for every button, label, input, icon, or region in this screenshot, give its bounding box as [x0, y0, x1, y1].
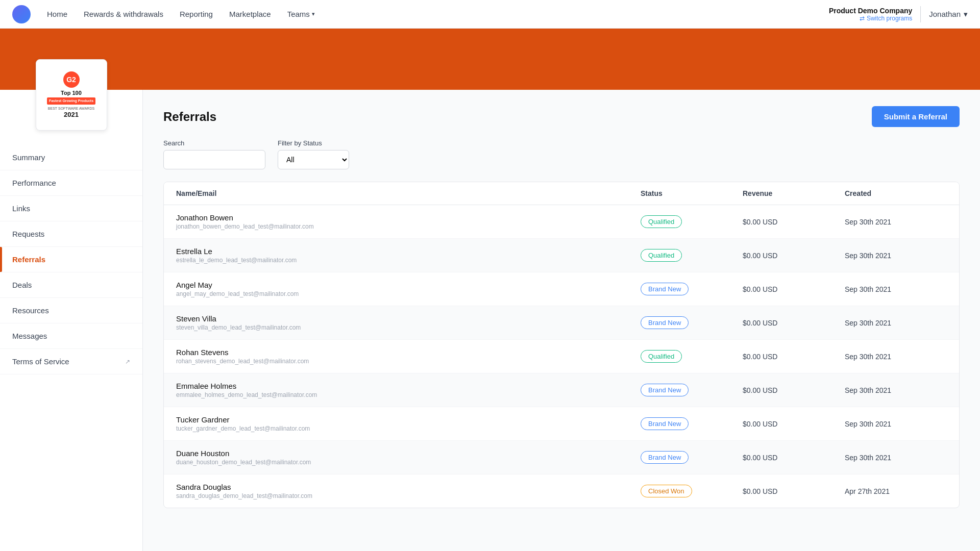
- logo-inner: G2 Top 100 Fastest Growing Products BEST…: [41, 65, 102, 124]
- hero-banner: [0, 29, 980, 90]
- nav-links: Home Rewards & withdrawals Reporting Mar…: [47, 10, 829, 18]
- referral-revenue: $0.00 USD: [743, 319, 845, 327]
- sidebar-item-performance[interactable]: Performance: [0, 170, 142, 196]
- referral-name: Tucker Gardner: [176, 415, 641, 424]
- status-badge: Closed Won: [641, 485, 692, 497]
- sidebar-item-deals[interactable]: Deals: [0, 272, 142, 298]
- referral-name: Emmalee Holmes: [176, 382, 641, 390]
- referral-status-cell: Qualified: [641, 249, 743, 262]
- company-name: Product Demo Company: [829, 7, 912, 15]
- table-row[interactable]: Tucker Gardner tucker_gardner_demo_lead_…: [164, 407, 959, 441]
- col-created: Created: [845, 189, 947, 197]
- referral-created: Sep 30th 2021: [845, 218, 947, 226]
- referral-revenue: $0.00 USD: [743, 487, 845, 495]
- referral-status-cell: Brand New: [641, 283, 743, 295]
- status-badge: Brand New: [641, 417, 689, 430]
- referral-email: angel_may_demo_lead_test@mailinator.com: [176, 290, 641, 297]
- referral-name: Angel May: [176, 281, 641, 289]
- table-row[interactable]: Rohan Stevens rohan_stevens_demo_lead_te…: [164, 340, 959, 373]
- table-row[interactable]: Duane Houston duane_houston_demo_lead_te…: [164, 441, 959, 474]
- teams-chevron-icon: ▾: [312, 11, 315, 17]
- sidebar-item-resources[interactable]: Resources: [0, 298, 142, 323]
- referral-email: steven_villa_demo_lead_test@mailinator.c…: [176, 324, 641, 331]
- sidebar-item-referrals[interactable]: Referrals: [0, 247, 142, 272]
- referral-revenue: $0.00 USD: [743, 353, 845, 361]
- referral-name-email: Duane Houston duane_houston_demo_lead_te…: [176, 449, 641, 466]
- referral-name-email: Tucker Gardner tucker_gardner_demo_lead_…: [176, 415, 641, 432]
- referrals-table: Name/Email Status Revenue Created Jonath…: [163, 182, 960, 508]
- referral-name-email: Jonathon Bowen jonathon_bowen_demo_lead_…: [176, 213, 641, 230]
- filter-label: Filter by Status: [278, 139, 349, 147]
- referral-email: duane_houston_demo_lead_test@mailinator.…: [176, 459, 641, 466]
- referral-status-cell: Brand New: [641, 316, 743, 329]
- referral-created: Sep 30th 2021: [845, 420, 947, 428]
- referral-email: emmalee_holmes_demo_lead_test@mailinator…: [176, 391, 641, 398]
- table-body: Jonathon Bowen jonathon_bowen_demo_lead_…: [164, 205, 959, 508]
- sidebar-item-links[interactable]: Links: [0, 196, 142, 221]
- search-filter-row: Search Filter by Status All Qualified Br…: [163, 139, 960, 169]
- table-row[interactable]: Estrella Le estrella_le_demo_lead_test@m…: [164, 239, 959, 272]
- referral-status-cell: Brand New: [641, 384, 743, 396]
- main-content: Referrals Submit a Referral Search Filte…: [143, 90, 980, 551]
- status-badge: Brand New: [641, 283, 689, 295]
- referral-name-email: Rohan Stevens rohan_stevens_demo_lead_te…: [176, 348, 641, 365]
- table-row[interactable]: Emmalee Holmes emmalee_holmes_demo_lead_…: [164, 373, 959, 407]
- sidebar-item-requests[interactable]: Requests: [0, 221, 142, 247]
- nav-reporting[interactable]: Reporting: [180, 10, 213, 18]
- table-row[interactable]: Jonathon Bowen jonathon_bowen_demo_lead_…: [164, 205, 959, 239]
- nav-home[interactable]: Home: [47, 10, 67, 18]
- sidebar-item-messages[interactable]: Messages: [0, 323, 142, 349]
- referral-email: sandra_douglas_demo_lead_test@mailinator…: [176, 492, 641, 499]
- referral-revenue: $0.00 USD: [743, 218, 845, 226]
- page-title: Referrals: [163, 110, 216, 124]
- app-logo[interactable]: [12, 5, 31, 23]
- search-group: Search: [163, 139, 265, 169]
- topnav-right: Product Demo Company ⇄ Switch programs J…: [829, 6, 968, 22]
- referral-revenue: $0.00 USD: [743, 454, 845, 462]
- submit-referral-button[interactable]: Submit a Referral: [872, 106, 960, 127]
- best-software-label: BEST SOFTWARE AWARDS: [47, 106, 95, 111]
- referral-created: Sep 30th 2021: [845, 319, 947, 327]
- sidebar: G2 Top 100 Fastest Growing Products BEST…: [0, 90, 143, 551]
- nav-rewards[interactable]: Rewards & withdrawals: [84, 10, 163, 18]
- status-badge: Qualified: [641, 215, 682, 228]
- referral-created: Apr 27th 2021: [845, 487, 947, 495]
- search-input[interactable]: [163, 150, 265, 169]
- nav-teams[interactable]: Teams ▾: [287, 10, 315, 18]
- g2-badge: G2: [63, 71, 80, 88]
- referral-name-email: Sandra Douglas sandra_douglas_demo_lead_…: [176, 483, 641, 499]
- company-info: Product Demo Company ⇄ Switch programs: [829, 7, 912, 22]
- col-status: Status: [641, 189, 743, 197]
- referral-name: Jonathon Bowen: [176, 213, 641, 222]
- referral-created: Sep 30th 2021: [845, 353, 947, 361]
- user-menu[interactable]: Jonathan ▾: [929, 10, 968, 19]
- top-navigation: Home Rewards & withdrawals Reporting Mar…: [0, 0, 980, 29]
- sidebar-item-terms[interactable]: Terms of Service ↗: [0, 349, 142, 374]
- referral-name-email: Emmalee Holmes emmalee_holmes_demo_lead_…: [176, 382, 641, 398]
- referral-revenue: $0.00 USD: [743, 386, 845, 394]
- nav-marketplace[interactable]: Marketplace: [229, 10, 271, 18]
- user-name: Jonathan: [929, 10, 961, 18]
- sidebar-nav: Summary Performance Links Requests Refer…: [0, 141, 142, 379]
- table-row[interactable]: Sandra Douglas sandra_douglas_demo_lead_…: [164, 474, 959, 508]
- referral-created: Sep 30th 2021: [845, 386, 947, 394]
- sidebar-item-summary[interactable]: Summary: [0, 145, 142, 170]
- status-badge: Qualified: [641, 249, 682, 262]
- top100-label: Top 100: [47, 90, 95, 96]
- switch-icon: ⇄: [860, 15, 865, 22]
- table-row[interactable]: Steven Villa steven_villa_demo_lead_test…: [164, 306, 959, 340]
- referrals-header: Referrals Submit a Referral: [163, 106, 960, 127]
- table-row[interactable]: Angel May angel_may_demo_lead_test@maili…: [164, 272, 959, 306]
- filter-group: Filter by Status All Qualified Brand New…: [278, 139, 349, 169]
- switch-programs-link[interactable]: ⇄ Switch programs: [829, 15, 912, 22]
- referral-created: Sep 30th 2021: [845, 252, 947, 260]
- referral-name: Sandra Douglas: [176, 483, 641, 491]
- page-layout: G2 Top 100 Fastest Growing Products BEST…: [0, 90, 980, 551]
- status-filter-select[interactable]: All Qualified Brand New Closed Won: [278, 150, 349, 169]
- referral-name-email: Estrella Le estrella_le_demo_lead_test@m…: [176, 247, 641, 264]
- referral-name: Rohan Stevens: [176, 348, 641, 357]
- referral-email: jonathon_bowen_demo_lead_test@mailinator…: [176, 223, 641, 230]
- col-revenue: Revenue: [743, 189, 845, 197]
- referral-status-cell: Brand New: [641, 451, 743, 464]
- table-header: Name/Email Status Revenue Created: [164, 182, 959, 205]
